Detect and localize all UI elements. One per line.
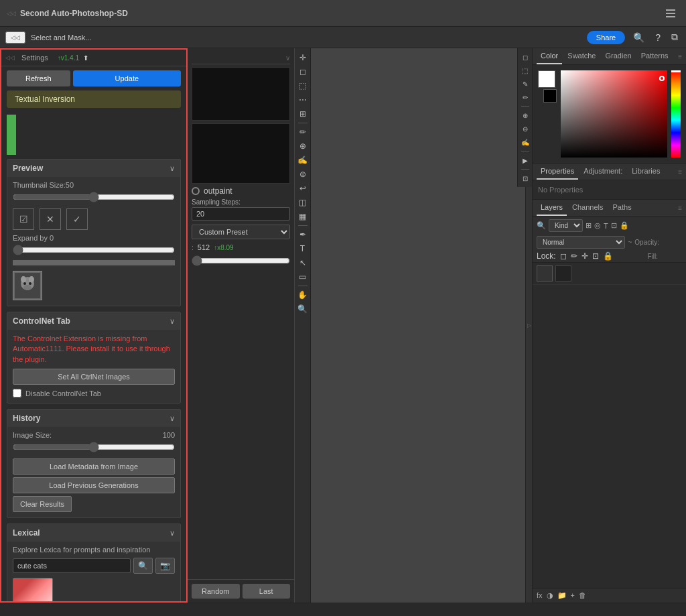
ps-tool-heal[interactable]: ⊕ <box>296 139 310 153</box>
rt-tool-3[interactable]: ✎ <box>519 78 531 90</box>
ps-tool-clone[interactable]: ⊜ <box>296 168 310 181</box>
layer-icon-5[interactable]: 🔒 <box>620 221 629 230</box>
ps-tool-select[interactable]: ◻ <box>296 65 310 78</box>
layers-tab[interactable]: Layers <box>537 200 567 216</box>
controlnet-section-header[interactable]: ControlNet Tab ∨ <box>7 312 180 330</box>
window-icon-btn[interactable]: ⧉ <box>669 30 681 44</box>
ps-tool-brush[interactable]: ✍ <box>296 153 310 167</box>
lexical-camera-btn[interactable]: 📷 <box>155 558 175 574</box>
properties-tab[interactable]: Properties <box>537 164 578 180</box>
layer-icon-2[interactable]: ◎ <box>594 221 601 230</box>
hamburger-menu[interactable] <box>666 7 679 20</box>
ps-tool-shape[interactable]: ▭ <box>296 270 310 284</box>
preview-section-header[interactable]: Preview ∨ <box>7 160 180 177</box>
disable-controlnet-checkbox[interactable] <box>13 389 21 397</box>
rt-tool-4[interactable]: ✏ <box>519 91 531 103</box>
custom-preset-select[interactable]: Custom Preset <box>192 225 290 239</box>
new-layer-icon[interactable]: + <box>571 591 575 600</box>
delete-layer-icon[interactable]: 🗑 <box>579 591 586 600</box>
libraries-tab[interactable]: Libraries <box>628 164 664 180</box>
thumb-icon-1[interactable]: ☑ <box>13 208 34 230</box>
help-icon-btn[interactable]: ? <box>653 31 663 44</box>
ps-tool-path[interactable]: ↖ <box>296 256 310 269</box>
rt-tool-8[interactable]: ▶ <box>519 154 531 166</box>
ps-tool-pen[interactable]: ✒ <box>296 228 310 241</box>
search-icon-btn[interactable]: 🔍 <box>630 31 647 44</box>
layer-icon-3[interactable]: T <box>604 222 608 230</box>
layer-row-1[interactable] <box>533 263 686 285</box>
channels-tab[interactable]: Channels <box>568 200 607 216</box>
lexical-search-btn[interactable]: 🔍 <box>133 558 153 574</box>
collapse-arr-top: ◁◁ <box>5 54 15 61</box>
update-button[interactable]: Update <box>73 70 181 86</box>
settings-tab[interactable]: Settings <box>17 52 52 63</box>
ps-tool-hand[interactable]: ✋ <box>296 288 310 302</box>
swatches-tab[interactable]: Swatche <box>563 48 600 64</box>
rt-tool-2[interactable]: ⬚ <box>519 64 531 76</box>
last-button[interactable]: Last <box>243 584 291 599</box>
folder-icon[interactable]: 📁 <box>557 591 567 600</box>
normal-select[interactable]: Normal <box>537 236 625 249</box>
rt-tool-1[interactable]: ◻ <box>519 51 531 63</box>
adjustments-tab[interactable]: Adjustment: <box>579 164 626 180</box>
random-button[interactable]: Random <box>192 584 240 599</box>
rt-tool-6[interactable]: ⊖ <box>519 123 531 135</box>
ps-tool-crop[interactable]: ⊞ <box>296 107 310 121</box>
thumb-icon-3[interactable]: ✓ <box>66 208 88 230</box>
load-metadata-btn[interactable]: Load Metadata from Image <box>13 458 175 475</box>
ps-tool-zoom[interactable]: 🔍 <box>296 302 310 316</box>
foreground-swatch[interactable] <box>538 70 555 88</box>
color-gradient-picker[interactable] <box>561 70 667 158</box>
sampling-input[interactable] <box>192 207 290 221</box>
color-tab[interactable]: Color <box>537 48 562 64</box>
background-swatch[interactable] <box>543 89 557 103</box>
share-button[interactable]: Share <box>587 31 625 44</box>
gradients-tab[interactable]: Gradien <box>602 48 636 64</box>
color-panel-tabs: Color Swatche Gradien Patterns ≡ <box>533 48 686 65</box>
lock-icon-1[interactable]: ◻ <box>560 251 567 261</box>
layer-icon-1[interactable]: ⊞ <box>586 221 592 230</box>
thumbnail-size-slider[interactable] <box>13 192 175 202</box>
fx-icon[interactable]: fx <box>537 591 543 600</box>
adjust-icon[interactable]: ◑ <box>547 591 553 600</box>
paths-tab[interactable]: Paths <box>609 200 636 216</box>
refresh-button[interactable]: Refresh <box>7 70 70 86</box>
thumb-icon-2[interactable]: ✕ <box>40 208 61 230</box>
lexical-search-input[interactable] <box>13 558 131 573</box>
lock-icon-4[interactable]: ⊡ <box>592 251 599 261</box>
history-section-header[interactable]: History ∨ <box>7 410 180 427</box>
history-size-slider[interactable] <box>13 442 175 452</box>
ps-tool-eyedrop[interactable]: ✏ <box>296 125 310 139</box>
lexical-result-1[interactable] <box>13 578 53 601</box>
hue-slider[interactable] <box>671 70 681 158</box>
ps-tool-move[interactable]: ✛ <box>296 51 310 64</box>
ps-tool-history[interactable]: ↩ <box>296 182 310 195</box>
lock-icon-3[interactable]: ✛ <box>581 251 588 261</box>
lexical-section-header[interactable]: Lexical ∨ <box>7 524 180 542</box>
rt-tool-7[interactable]: ✍ <box>519 136 531 148</box>
layers-panel-expand[interactable]: ≡ <box>678 204 682 212</box>
color-panel-expand[interactable]: ≡ <box>678 53 682 60</box>
rt-tool-9[interactable]: ⊡ <box>519 172 531 184</box>
outpaint-radio[interactable] <box>192 187 200 195</box>
load-previous-btn[interactable]: Load Previous Generations <box>13 477 175 493</box>
lock-icon-2[interactable]: ✏ <box>571 251 577 261</box>
expand-by-slider[interactable] <box>13 245 175 255</box>
ps-tool-lasso[interactable]: ⬚ <box>296 79 310 93</box>
size-slider[interactable] <box>192 255 290 266</box>
select-mask-btn[interactable]: Select and Mask... <box>31 34 92 42</box>
ps-tool-text[interactable]: T <box>296 242 310 255</box>
collapse-left-btn[interactable]: ◁◁ <box>5 32 25 44</box>
properties-panel-expand[interactable]: ≡ <box>678 168 682 176</box>
set-all-ctrlnet-btn[interactable]: Set All CtrlNet Images <box>13 369 175 385</box>
image-size-row: Image Size: 100 <box>13 431 175 439</box>
layer-icon-4[interactable]: ⊡ <box>611 221 617 230</box>
kind-select[interactable]: Kind <box>549 219 583 232</box>
lock-icon-5[interactable]: 🔒 <box>603 251 613 261</box>
ps-tool-gradient[interactable]: ▦ <box>296 210 310 223</box>
rt-tool-5[interactable]: ⊕ <box>519 109 531 121</box>
patterns-tab[interactable]: Patterns <box>637 48 673 64</box>
ps-tool-magic[interactable]: ⋯ <box>296 93 310 107</box>
ps-tool-eraser[interactable]: ◫ <box>296 196 310 209</box>
clear-results-btn[interactable]: Clear Results <box>13 496 72 512</box>
